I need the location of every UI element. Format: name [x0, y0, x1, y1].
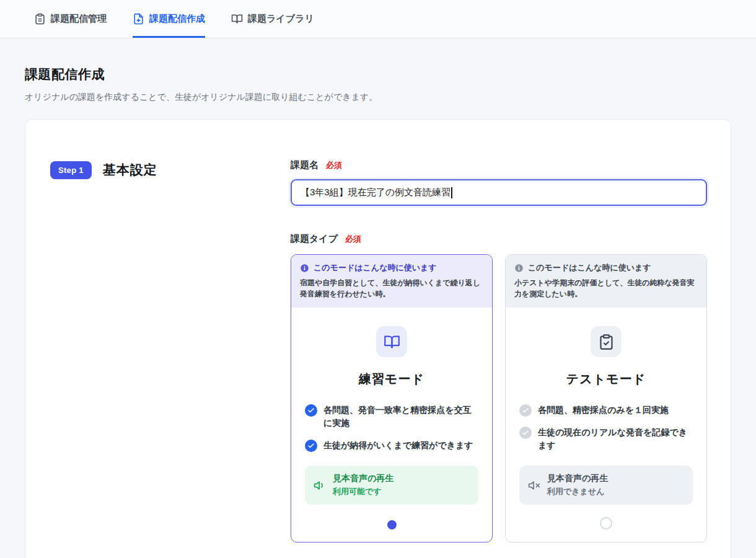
test-mode-hint: このモードはこんな時に使います 小テストや学期末の評価として、生徒の純粋な発音実… — [506, 255, 706, 308]
radio-selected[interactable] — [387, 520, 397, 529]
clipboard-icon — [34, 13, 46, 25]
info-icon — [300, 264, 309, 273]
check-icon — [305, 440, 317, 452]
check-icon — [305, 404, 317, 417]
mode-title: テストモード — [566, 371, 646, 388]
page-subtitle: オリジナルの課題を作成することで、生徒がオリジナル課題に取り組むことができます。 — [25, 92, 731, 103]
audio-title: 見本音声の再生 — [547, 473, 608, 484]
section-heading: 基本設定 — [103, 161, 157, 179]
practice-mode-card[interactable]: このモードはこんな時に使います 宿題や自学自習として、生徒が納得いくまで繰り返し… — [291, 254, 493, 542]
feature-text: 各問題、精密採点のみを１回実施 — [538, 404, 669, 417]
mode-title: 練習モード — [359, 371, 424, 388]
assignment-type-label: 課題タイプ — [291, 233, 338, 245]
feature-item: 生徒の現在のリアルな発音を記録できます — [519, 426, 693, 452]
audio-title: 見本音声の再生 — [333, 473, 393, 484]
feature-item: 生徒が納得がいくまで練習ができます — [305, 439, 478, 452]
feature-text: 各問題、発音一致率と精密採点を交互に実施 — [323, 404, 478, 430]
assignment-type-label-row: 課題タイプ 必須 — [291, 233, 707, 245]
hint-body: 小テストや学期末の評価として、生徒の純粋な発音実力を測定したい時。 — [514, 277, 698, 299]
check-icon — [519, 404, 532, 417]
feature-text: 生徒が納得がいくまで練習ができます — [323, 439, 473, 452]
audio-status: 利用可能です — [333, 486, 393, 497]
feature-text: 生徒の現在のリアルな発音を記録できます — [538, 426, 693, 452]
volume-off-icon — [528, 479, 540, 492]
clipboard-check-icon — [591, 326, 622, 357]
hint-body: 宿題や自学自習として、生徒が納得いくまで繰り返し発音練習を行わせたい時。 — [300, 277, 483, 299]
assignment-name-input[interactable]: 【3年3組】現在完了の例文音読練習 — [291, 179, 707, 206]
tab-nav: 課題配信管理 課題配信作成 課題ライブラリ — [34, 0, 314, 38]
step-badge: Step 1 — [50, 161, 92, 179]
step1-heading-group: Step 1 基本設定 — [50, 159, 291, 180]
tab-label: 課題ライブラリ — [248, 13, 314, 25]
book-open-icon — [231, 13, 243, 25]
top-tab-bar: 課題配信管理 課題配信作成 課題ライブラリ — [0, 0, 756, 38]
practice-mode-hint: このモードはこんな時に使います 宿題や自学自習として、生徒が納得いくまで繰り返し… — [291, 255, 492, 308]
tab-assignment-library[interactable]: 課題ライブラリ — [231, 0, 314, 38]
page-title: 課題配信作成 — [25, 66, 731, 83]
tab-label: 課題配信作成 — [149, 13, 205, 25]
volume-on-icon — [314, 479, 326, 492]
info-icon — [514, 264, 524, 273]
test-mode-card[interactable]: このモードはこんな時に使います 小テストや学期末の評価として、生徒の純粋な発音実… — [505, 254, 707, 542]
file-plus-icon — [133, 13, 144, 25]
tab-label: 課題配信管理 — [51, 13, 107, 25]
page-content: 課題配信作成 オリジナルの課題を作成することで、生徒がオリジナル課題に取り組むこ… — [0, 66, 756, 558]
sample-audio-box: 見本音声の再生 利用可能です — [305, 466, 478, 505]
tab-assignment-create[interactable]: 課題配信作成 — [133, 0, 205, 38]
step1-card: Step 1 基本設定 課題名 必須 【3年3組】現在完了の例文音読練習 課題タ… — [25, 119, 731, 558]
hint-title: このモードはこんな時に使います — [314, 262, 437, 273]
feature-item: 各問題、精密採点のみを１回実施 — [519, 404, 693, 417]
required-badge: 必須 — [326, 160, 342, 171]
assignment-name-label: 課題名 — [291, 159, 319, 171]
sample-audio-box: 見本音声の再生 利用できません — [519, 466, 693, 505]
book-open-icon — [376, 326, 407, 357]
assignment-name-value: 【3年3組】現在完了の例文音読練習 — [301, 187, 451, 198]
check-icon — [519, 427, 532, 439]
radio-unselected[interactable] — [600, 517, 612, 529]
tab-assignment-management[interactable]: 課題配信管理 — [34, 0, 107, 38]
feature-item: 各問題、発音一致率と精密採点を交互に実施 — [305, 404, 478, 430]
hint-title: このモードはこんな時に使います — [528, 262, 651, 273]
assignment-name-label-row: 課題名 必須 — [291, 159, 707, 171]
required-badge: 必須 — [345, 234, 361, 245]
text-caret — [451, 187, 452, 198]
audio-status: 利用できません — [547, 486, 608, 497]
